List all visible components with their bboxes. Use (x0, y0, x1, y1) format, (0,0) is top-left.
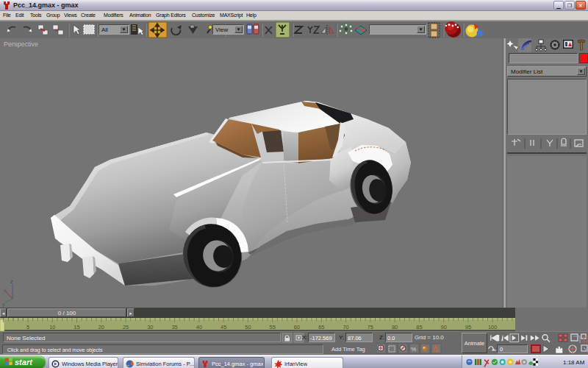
svg-text:%: % (411, 346, 416, 353)
svg-text:45: 45 (220, 324, 226, 330)
svg-text:y: y (2, 302, 5, 308)
svg-text:55: 55 (270, 324, 276, 330)
svg-text:50: 50 (245, 324, 251, 330)
svg-text:80: 80 (392, 324, 398, 330)
svg-text:35: 35 (171, 324, 177, 330)
svg-text:100: 100 (488, 324, 498, 330)
svg-text:60: 60 (294, 324, 300, 330)
svg-text:20: 20 (98, 324, 104, 330)
svg-text:25: 25 (123, 324, 129, 330)
svg-text:40: 40 (196, 324, 202, 330)
svg-text:5: 5 (26, 324, 29, 330)
svg-text:10: 10 (49, 324, 55, 330)
svg-text:x: x (4, 288, 7, 293)
svg-text:z: z (10, 279, 13, 284)
svg-text:75: 75 (368, 324, 373, 330)
svg-text:70: 70 (343, 324, 348, 330)
svg-text:65: 65 (318, 324, 324, 330)
svg-text:start: start (15, 358, 33, 367)
svg-text:95: 95 (465, 324, 471, 330)
svg-text:15: 15 (74, 324, 79, 330)
svg-text:85: 85 (416, 324, 422, 330)
svg-text:90: 90 (441, 324, 447, 330)
svg-text:30: 30 (147, 324, 153, 330)
